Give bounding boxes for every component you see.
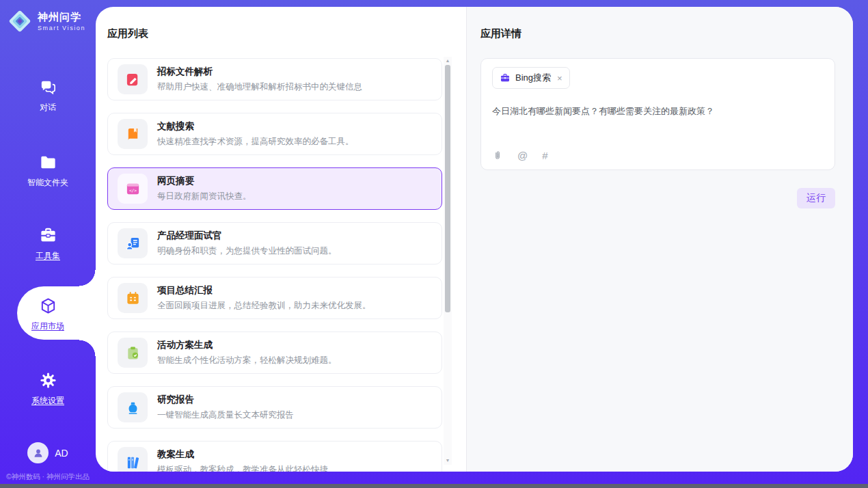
copyright: ©神州数码 · 神州问学出品	[0, 472, 96, 482]
sidebar-item-label: 对话	[0, 102, 96, 113]
app-card-desc: 每日政府新闻资讯快查。	[157, 191, 252, 202]
hash-icon[interactable]: #	[542, 150, 547, 161]
app-list-panel: 应用列表 招标文件解析帮助用户快速、准确地理解和解析招标书中的关键信息文献搜索快…	[96, 7, 466, 472]
app-window: 神州问学 Smart Vision 对话智能文件夹工具集应用市场系统设置 AD …	[0, 0, 868, 488]
scroll-down-icon[interactable]: ▼	[444, 457, 452, 464]
app-card-text: 文献搜索快速精准查找学术资源，提高研究效率的必备工具。	[157, 120, 354, 148]
person-doc-icon	[118, 228, 148, 258]
calendar-icon	[118, 283, 148, 313]
app-card-text: 研究报告一键智能生成高质量长文本研究报告	[157, 394, 294, 421]
chat-icon	[39, 87, 57, 98]
app-card[interactable]: 教案生成模板驱动，教案秒成，教学准备从此轻松快捷	[107, 441, 442, 472]
toolbox-icon	[39, 235, 57, 247]
sidebar-item-system-settings[interactable]: 系统设置	[0, 371, 96, 407]
app-card-title: 项目总结汇报	[157, 284, 371, 297]
ink-icon	[118, 392, 148, 422]
app-detail-panel: 应用详情 Bing搜索 × 今日湖北有哪些新闻要点？有哪些需要关注的最新政策？ …	[466, 7, 853, 472]
main-content: 应用列表 招标文件解析帮助用户快速、准确地理解和解析招标书中的关键信息文献搜索快…	[96, 7, 853, 472]
gear-icon	[39, 380, 57, 392]
sidebar-item-toolset[interactable]: 工具集	[0, 226, 96, 262]
app-card[interactable]: 产品经理面试官明确身份和职责，为您提供专业性的面试问题。	[107, 222, 442, 265]
app-card[interactable]: 招标文件解析帮助用户快速、准确地理解和解析招标书中的关键信息	[107, 58, 442, 100]
paperclip-icon[interactable]	[492, 150, 503, 161]
query-text[interactable]: 今日湖北有哪些新闻要点？有哪些需要关注的最新政策？	[492, 105, 824, 118]
brand-subtitle: Smart Vision	[38, 25, 85, 31]
scrollbar[interactable]: ▲ ▼	[444, 57, 452, 465]
app-card-title: 产品经理面试官	[157, 230, 337, 242]
user-profile[interactable]: AD	[0, 442, 96, 463]
app-card[interactable]: </>网页摘要每日政府新闻资讯快查。	[107, 167, 442, 210]
sidebar-item-smart-folder[interactable]: 智能文件夹	[0, 153, 96, 189]
tool-tag-label: Bing搜索	[515, 72, 551, 84]
attachment-toolbar: @ #	[492, 150, 548, 161]
bottom-bar	[0, 484, 868, 488]
app-card-text: 活动方案生成智能生成个性化活动方案，轻松解决规划难题。	[157, 339, 337, 366]
app-card-list: 招标文件解析帮助用户快速、准确地理解和解析招标书中的关键信息文献搜索快速精准查找…	[107, 58, 442, 472]
app-card-desc: 帮助用户快速、准确地理解和解析招标书中的关键信息	[157, 81, 362, 93]
user-initials: AD	[55, 448, 68, 459]
app-card-desc: 快速精准查找学术资源，提高研究效率的必备工具。	[157, 136, 354, 148]
app-card-title: 教案生成	[157, 448, 328, 461]
close-icon[interactable]: ×	[557, 73, 562, 83]
app-card-desc: 一键智能生成高质量长文本研究报告	[157, 409, 294, 421]
app-card-text: 招标文件解析帮助用户快速、准确地理解和解析招标书中的关键信息	[157, 66, 362, 93]
app-detail-title: 应用详情	[480, 27, 835, 40]
app-card-text: 产品经理面试官明确身份和职责，为您提供专业性的面试问题。	[157, 230, 337, 257]
app-card[interactable]: 文献搜索快速精准查找学术资源，提高研究效率的必备工具。	[107, 113, 442, 155]
app-card-title: 活动方案生成	[157, 339, 337, 351]
browser-code-icon: </>	[118, 174, 148, 204]
app-card[interactable]: 项目总结汇报全面回顾项目进展，总结经验教训，助力未来优化发展。	[107, 277, 442, 319]
sidebar-item-label: 应用市场	[0, 321, 96, 332]
app-card[interactable]: 研究报告一键智能生成高质量长文本研究报告	[107, 386, 442, 429]
app-card-text: 教案生成模板驱动，教案秒成，教学准备从此轻松快捷	[157, 448, 328, 472]
app-card-desc: 全面回顾项目进展，总结经验教训，助力未来优化发展。	[157, 300, 371, 312]
app-card-desc: 智能生成个性化活动方案，轻松解决规划难题。	[157, 355, 337, 366]
app-card-desc: 明确身份和职责，为您提供专业性的面试问题。	[157, 245, 337, 257]
clipboard-check-icon	[118, 338, 148, 368]
sidebar-item-label: 工具集	[0, 250, 96, 262]
folder-icon	[39, 162, 57, 174]
app-card-text: 项目总结汇报全面回顾项目进展，总结经验教训，助力未来优化发展。	[157, 284, 371, 312]
cube-icon	[39, 306, 57, 317]
doc-edit-icon	[118, 64, 148, 94]
avatar	[27, 442, 49, 463]
tool-tag[interactable]: Bing搜索 ×	[492, 67, 570, 89]
brand-text: 神州问学 Smart Vision	[38, 11, 85, 31]
brand-name: 神州问学	[38, 11, 85, 24]
scrollbar-thumb[interactable]	[445, 65, 450, 312]
at-icon[interactable]: @	[517, 150, 528, 161]
bubble-curve-bottom-icon	[79, 340, 96, 356]
scroll-up-icon[interactable]: ▲	[444, 57, 452, 64]
brand-logo: 神州问学 Smart Vision	[7, 8, 85, 34]
svg-text:</>: </>	[128, 187, 136, 192]
app-card-desc: 模板驱动，教案秒成，教学准备从此轻松快捷	[157, 464, 328, 472]
bubble-curve-top-icon	[79, 270, 96, 286]
prompt-card: Bing搜索 × 今日湖北有哪些新闻要点？有哪些需要关注的最新政策？ @ #	[480, 58, 835, 170]
briefcase-icon	[500, 72, 511, 83]
run-button[interactable]: 运行	[797, 188, 835, 208]
book-icon	[118, 119, 148, 149]
app-card[interactable]: 活动方案生成智能生成个性化活动方案，轻松解决规划难题。	[107, 331, 442, 374]
sidebar-item-app-market[interactable]: 应用市场	[0, 297, 96, 332]
sidebar-item-chat[interactable]: 对话	[0, 78, 96, 113]
sidebar: 神州问学 Smart Vision 对话智能文件夹工具集应用市场系统设置 AD …	[0, 0, 96, 488]
app-card-title: 网页摘要	[157, 175, 252, 187]
app-card-title: 文献搜索	[157, 120, 354, 133]
sidebar-item-label: 系统设置	[0, 395, 96, 407]
run-row: 运行	[480, 188, 835, 208]
app-card-title: 研究报告	[157, 394, 294, 406]
app-card-text: 网页摘要每日政府新闻资讯快查。	[157, 175, 252, 202]
app-list-title: 应用列表	[107, 27, 466, 40]
books-icon	[118, 447, 148, 472]
app-card-title: 招标文件解析	[157, 66, 362, 78]
brand-logo-icon	[7, 8, 33, 34]
sidebar-item-label: 智能文件夹	[0, 177, 96, 189]
